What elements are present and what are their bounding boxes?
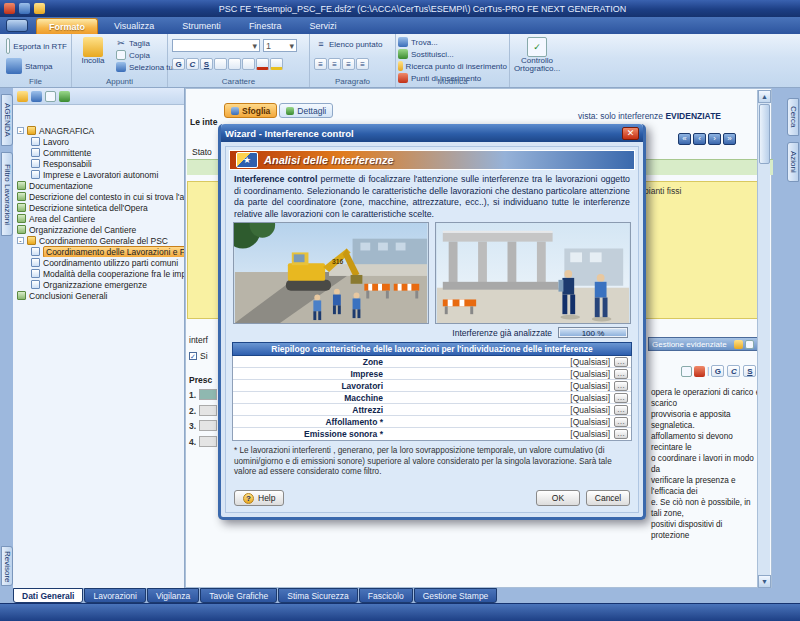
browse-button[interactable]: … [614, 369, 628, 379]
tab-dati-generali[interactable]: Dati Generali [13, 588, 83, 603]
tree-item-coordinamento-lavorazioni[interactable]: Coordinamento delle Lavorazioni e Fasi [13, 246, 184, 257]
wizard-title-bar[interactable]: Wizard - Interference control ✕ [221, 124, 643, 142]
highlight-settings-icon[interactable] [745, 340, 754, 349]
nav-next-button[interactable]: › [708, 133, 721, 145]
tree-item-responsabili[interactable]: Responsabili [13, 158, 184, 169]
tab-strumenti[interactable]: Strumenti [170, 18, 233, 34]
scrollbar-thumb[interactable] [759, 104, 770, 164]
tab-tavole-grafiche[interactable]: Tavole Grafiche [200, 588, 277, 603]
tree-print-icon[interactable] [45, 91, 56, 102]
sidebar-tab-cerca[interactable]: Cerca [787, 98, 799, 136]
highlight-color-button[interactable] [270, 58, 283, 70]
undo-icon[interactable] [34, 3, 45, 14]
tree-item-organizzazione-emergenze[interactable]: Organizzazione emergenze [13, 279, 184, 290]
print-button[interactable]: Stampa [4, 57, 69, 75]
tree-item-modalita-cooperazione[interactable]: Modalità della cooperazione fra le impre… [13, 268, 184, 279]
font-family-select[interactable]: ▾ [172, 39, 260, 52]
underline-button[interactable]: S [200, 58, 213, 70]
font-color-button[interactable] [256, 58, 269, 70]
tree-item-coordinamento-parti-comuni[interactable]: Coordinamento utilizzo parti comuni [13, 257, 184, 268]
criteria-row-emissione-sonora: Emissione sonora * [Qualsiasi] … [233, 428, 631, 440]
tab-stima-sicurezza[interactable]: Stima Sicurezza [278, 588, 357, 603]
browse-button[interactable]: … [614, 405, 628, 415]
tab-gestione-stampe[interactable]: Gestione Stampe [414, 588, 498, 603]
bold-button[interactable]: G [172, 58, 185, 70]
replace-button[interactable]: Sostituisci... [396, 48, 509, 60]
browse-button[interactable]: … [614, 393, 628, 403]
tree-item-descrizione-opera[interactable]: Descrizione sintetica dell'Opera [13, 202, 184, 213]
browse-mode-button[interactable]: Sfoglia [224, 103, 277, 118]
scroll-down-icon[interactable]: ▼ [758, 575, 771, 588]
tab-lavorazioni[interactable]: Lavorazioni [84, 588, 145, 603]
bullet-list-button[interactable]: ≡ Elenco puntato [314, 38, 395, 50]
spell-check-button[interactable]: ✓ Controllo Ortografico... [518, 37, 556, 73]
browse-button[interactable]: … [614, 357, 628, 367]
italic-inline-button[interactable]: C [727, 365, 740, 377]
sidebar-tab-filtro-lavorazioni[interactable]: Filtro Lavorazioni [1, 152, 13, 236]
strikethrough-button[interactable] [214, 58, 227, 70]
table-row[interactable]: 1. [189, 389, 217, 400]
help-button[interactable]: ? Help [234, 490, 284, 506]
details-mode-button[interactable]: Dettagli [279, 103, 333, 118]
checkbox-icon[interactable]: ✓ [189, 352, 197, 360]
tab-fascicolo[interactable]: Fascicolo [359, 588, 413, 603]
tree-item-documentazione[interactable]: Documentazione [13, 180, 184, 191]
tree-item-committente[interactable]: Committente [13, 147, 184, 158]
tree-item-imprese[interactable]: Imprese e Lavoratori autonomi [13, 169, 184, 180]
tree-item-organizzazione-cantiere[interactable]: Organizzazione del Cantiere [13, 224, 184, 235]
nav-first-button[interactable]: « [678, 133, 691, 145]
tree-refresh-icon[interactable] [59, 91, 70, 102]
tree-folder-icon[interactable] [17, 91, 28, 102]
underline-inline-button[interactable]: S [743, 365, 756, 377]
italic-button[interactable]: C [186, 58, 199, 70]
table-row[interactable]: 2. [189, 405, 217, 416]
subscript-button[interactable] [228, 58, 241, 70]
save-icon[interactable] [19, 3, 30, 14]
align-justify-button[interactable]: ≡ [356, 58, 369, 70]
sidebar-tab-azioni[interactable]: Azioni [787, 142, 799, 182]
highlight-manage-icon[interactable] [734, 340, 743, 349]
tab-servizi[interactable]: Servizi [297, 18, 348, 34]
goto-insert-point-button[interactable]: Ricerca punto di inserimento [396, 60, 509, 72]
browse-button[interactable]: … [614, 417, 628, 427]
tree-item-descrizione-contesto[interactable]: Descrizione del contesto in cui si trova… [13, 191, 184, 202]
align-right-button[interactable]: ≡ [342, 58, 355, 70]
sidebar-tab-revisore[interactable]: Revisore [1, 546, 13, 586]
find-button[interactable]: Trova... [396, 36, 509, 48]
browse-button[interactable]: … [614, 429, 628, 439]
fragment-si-checkbox[interactable]: ✓ Si [189, 351, 208, 361]
bold-inline-button[interactable]: G [711, 365, 724, 377]
sidebar-tab-agenda[interactable]: AGENDA [1, 94, 13, 146]
tree-expand-icon[interactable] [31, 91, 42, 102]
tree-item-coordinamento-generale[interactable]: - Coordinamento Generale del PSC [13, 235, 184, 246]
superscript-button[interactable] [242, 58, 255, 70]
delete-icon[interactable] [694, 366, 705, 377]
table-row[interactable]: 3. [189, 420, 217, 431]
tree-item-anagrafica[interactable]: - ANAGRAFICA [13, 125, 184, 136]
browse-button[interactable]: … [614, 381, 628, 391]
table-row[interactable]: 4. [189, 436, 217, 447]
nav-last-button[interactable]: » [723, 133, 736, 145]
export-rtf-button[interactable]: Esporta in RTF [4, 37, 69, 55]
paste-button[interactable]: Incolla [74, 37, 112, 65]
align-center-button[interactable]: ≡ [328, 58, 341, 70]
tab-vigilanza[interactable]: Vigilanza [147, 588, 199, 603]
ok-button[interactable]: OK [536, 490, 580, 506]
tree-item-conclusioni-generali[interactable]: Conclusioni Generali [13, 290, 184, 301]
tree-item-area-cantiere[interactable]: Area del Cantiere [13, 213, 184, 224]
nav-prev-button[interactable]: ‹ [693, 133, 706, 145]
tree-item-lavoro[interactable]: Lavoro [13, 136, 184, 147]
tab-formato[interactable]: Formato [36, 18, 98, 34]
close-icon[interactable]: ✕ [622, 127, 639, 140]
tab-visualizza[interactable]: Visualizza [102, 18, 166, 34]
align-left-button[interactable]: ≡ [314, 58, 327, 70]
scroll-up-icon[interactable]: ▲ [758, 90, 771, 103]
document-scrollbar[interactable]: ▲ ▼ [757, 90, 770, 588]
collapse-icon[interactable]: - [17, 237, 24, 244]
new-note-icon[interactable] [681, 366, 692, 377]
cancel-button[interactable]: Cancel [586, 490, 630, 506]
tab-finestra[interactable]: Finestra [237, 18, 294, 34]
font-size-select[interactable]: 1 ▾ [263, 39, 297, 52]
collapse-icon[interactable]: - [17, 127, 24, 134]
application-menu-button[interactable] [6, 19, 28, 32]
